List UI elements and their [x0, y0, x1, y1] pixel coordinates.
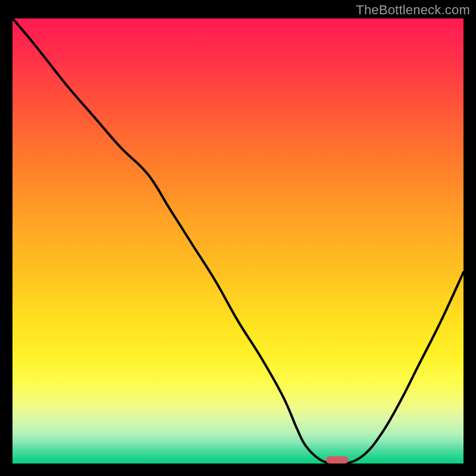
optimum-marker: [326, 456, 349, 464]
chart-frame: TheBottleneck.com: [0, 0, 476, 476]
plot-area: [12, 18, 464, 464]
bottleneck-curve: [12, 18, 464, 464]
curve-svg: [12, 18, 464, 464]
attribution-watermark: TheBottleneck.com: [356, 2, 470, 18]
